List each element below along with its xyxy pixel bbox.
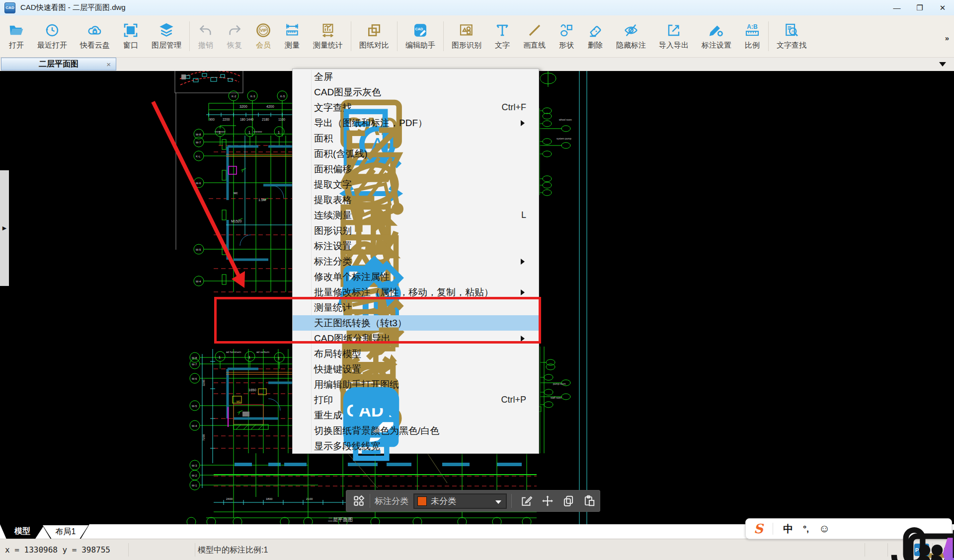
virtual-keyboard-icon[interactable] <box>863 522 875 535</box>
assistant-mascot-icon[interactable] <box>931 522 944 535</box>
move-annotation-icon[interactable] <box>541 494 554 507</box>
svg-text:3200: 3200 <box>239 105 247 108</box>
toolbar-divider <box>351 21 351 51</box>
measure-stats-icon <box>320 22 336 38</box>
draw-line-button[interactable]: 画直线 <box>517 17 552 56</box>
text-button[interactable]: 文字 <box>488 17 517 56</box>
undo-icon <box>198 22 214 38</box>
microphone-icon[interactable] <box>840 522 853 535</box>
measure-button[interactable]: 测量 <box>278 17 307 56</box>
svg-text:1.5M: 1.5M <box>258 198 266 202</box>
svg-text:M-5: M-5 <box>192 405 197 408</box>
menu-item-export[interactable]: 导出（图纸和标注，PDF） <box>293 115 539 131</box>
hide-annotation-button[interactable]: 隐藏标注 <box>610 17 652 56</box>
menu-item-regenerate[interactable]: 重生成 <box>293 408 539 423</box>
vip-member-button[interactable]: 会员 <box>249 17 278 56</box>
svg-text:900: 900 <box>209 118 215 121</box>
svg-text:1: 1 <box>219 355 221 359</box>
scale-button[interactable]: 比例 <box>738 17 767 56</box>
tab-layout1[interactable]: 布局1 <box>42 524 89 539</box>
menu-item-continuous-measure[interactable]: 连续测量L <box>293 208 539 223</box>
status-bar: x = 1330968 y = 398755 模型中的标注比例:1 P→D <box>0 539 954 560</box>
menu-item-open-with-assistant[interactable]: 用编辑助手打开图纸 <box>293 377 539 392</box>
continuous-measure-icon <box>297 210 308 221</box>
svg-text:staff room: staff room <box>551 396 561 399</box>
emoji-icon[interactable]: ☺ <box>819 522 830 535</box>
layer-manager-button[interactable]: 图层管理 <box>145 17 188 56</box>
svg-text:M-4: M-4 <box>192 424 197 427</box>
toolbar-overflow-chevron[interactable]: » <box>945 34 949 42</box>
menu-item-polyline-width[interactable]: 显示多段线线宽 <box>293 438 539 454</box>
svg-text:M-4: M-4 <box>196 280 201 283</box>
annotation-category-toolbar: 标注分类 未分类 <box>346 490 600 512</box>
tab-close-icon[interactable]: × <box>106 60 111 69</box>
tab-model[interactable]: 模型 <box>0 524 45 539</box>
title-bar: CAD CAD快速看图 - 二层平面图.dwg — ❐ ✕ <box>0 0 954 15</box>
close-button[interactable]: ✕ <box>931 0 954 15</box>
tab-list-dropdown-icon[interactable] <box>939 62 946 67</box>
cad-assistant-icon <box>297 379 308 390</box>
restore-button[interactable]: ❐ <box>908 0 931 15</box>
menu-item-fullscreen[interactable]: 全屏 <box>293 69 539 84</box>
edit-assistant-button[interactable]: 编辑助手 <box>399 17 442 56</box>
menu-item-extract-text[interactable]: 提取文字 <box>293 177 539 192</box>
menu-item-shape-recognition[interactable]: 图形识别 <box>293 223 539 238</box>
annotation-category-icon[interactable] <box>352 494 365 507</box>
annotation-settings-button[interactable]: 标注设置 <box>695 17 738 56</box>
find-text-button[interactable]: 文字查找 <box>770 17 813 56</box>
shape-recognition-icon <box>459 22 475 38</box>
svg-text:2400: 2400 <box>226 497 233 500</box>
toolbox-grid-icon[interactable] <box>908 522 921 535</box>
extract-text-icon <box>297 179 308 190</box>
skin-paint-icon[interactable] <box>885 522 898 535</box>
batch-modify-icon <box>297 287 308 298</box>
shape-recognition-button[interactable]: 图形识别 <box>445 17 488 56</box>
window-button[interactable]: 窗口 <box>116 17 145 56</box>
menu-item-print[interactable]: 打印Ctrl+P <box>293 392 539 408</box>
sogou-logo-icon[interactable]: S <box>754 521 763 536</box>
cloud-drive-button[interactable]: 快看云盘 <box>74 17 116 56</box>
edit-annotation-icon[interactable] <box>520 494 533 507</box>
copy-annotation-icon[interactable] <box>562 494 575 507</box>
document-tab[interactable]: 二层平面图 × <box>1 58 116 70</box>
window-frame-icon <box>123 22 139 38</box>
main-toolbar: 打开 最近打开 快看云盘 窗口 图层管理 撤销 恢复 会员 测量 测量统计 图纸… <box>0 15 954 58</box>
cloud-icon <box>87 22 103 38</box>
minimize-button[interactable]: — <box>885 0 908 15</box>
print-icon <box>297 395 308 406</box>
redo-button[interactable]: 恢复 <box>220 17 249 56</box>
svg-text:M-8: M-8 <box>196 133 201 136</box>
import-export-button[interactable]: 导入导出 <box>652 17 695 56</box>
measure-stats-button[interactable]: 测量统计 <box>307 17 349 56</box>
delete-button[interactable]: 删除 <box>581 17 610 56</box>
menu-item-extract-table[interactable]: 提取表格 <box>293 192 539 208</box>
category-dropdown[interactable]: 未分类 <box>413 493 507 509</box>
open-button[interactable]: 打开 <box>2 17 31 56</box>
menu-item-annotation-category[interactable]: 标注分类 <box>293 254 539 269</box>
menu-item-toggle-background[interactable]: 切换图纸背景颜色为黑色/白色 <box>293 423 539 438</box>
menu-item-find-text[interactable]: 文字查找Ctrl+F <box>293 100 539 115</box>
punctuation-mode-button[interactable]: °‚ <box>803 524 809 534</box>
svg-text:M-5: M-5 <box>196 248 201 251</box>
menu-item-area-offset[interactable]: 面积偏移 <box>293 161 539 177</box>
menu-item-area-arc[interactable]: 面积(含弧线) <box>293 146 539 161</box>
svg-text:M1520: M1520 <box>231 219 242 223</box>
undo-button[interactable]: 撤销 <box>191 17 220 56</box>
svg-text:ad verbum: ad verbum <box>256 350 269 353</box>
left-panel-toggle[interactable]: ▶ <box>0 170 9 286</box>
menu-item-hotkey-settings[interactable]: 快捷键设置 <box>293 361 539 377</box>
menu-item-area[interactable]: 面积 <box>293 131 539 146</box>
menu-item-layout-to-model[interactable]: 布局转模型 <box>293 346 539 361</box>
language-mode-button[interactable]: 中 <box>783 522 793 536</box>
drawing-compare-button[interactable]: 图纸对比 <box>353 17 396 56</box>
layers-icon <box>159 22 174 38</box>
menu-item-modify-single[interactable]: 修改单个标注属性 <box>293 269 539 284</box>
window-title: CAD快速看图 - 二层平面图.dwg <box>20 3 126 12</box>
shapes-button[interactable]: 形状 <box>552 17 581 56</box>
menu-item-annotation-settings[interactable]: 标注设置 <box>293 238 539 254</box>
svg-text:M-7: M-7 <box>196 141 201 144</box>
eraser-icon <box>587 22 603 38</box>
paste-annotation-icon[interactable] <box>583 494 596 507</box>
menu-item-cad-gray[interactable]: CAD图显示灰色 <box>293 84 539 100</box>
recent-open-button[interactable]: 最近打开 <box>31 17 74 56</box>
